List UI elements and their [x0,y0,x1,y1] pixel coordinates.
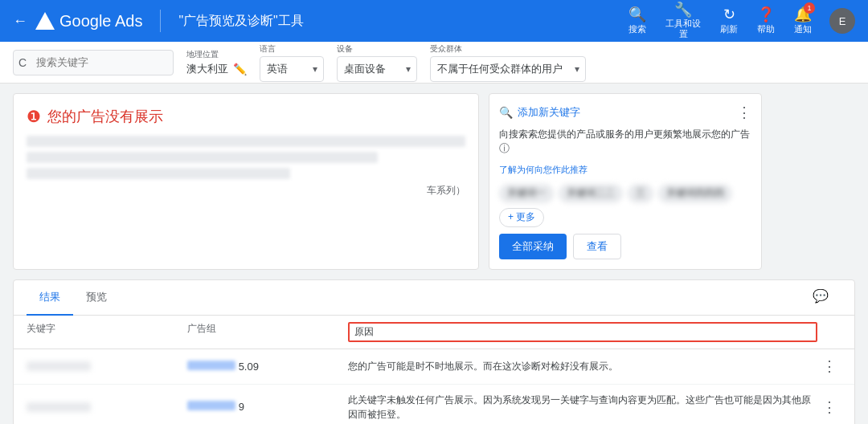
tools-icon: 🔧 [674,2,692,17]
adopt-all-button[interactable]: 全部采纳 [499,234,567,259]
keyword-chip-1: 关键词一 [499,184,554,203]
location-label: 地理位置 [186,49,247,60]
header-title: "广告预览及诊断"工具 [178,13,303,30]
keyword-chip-3: 三 [628,184,653,203]
location-value: 澳大利亚 [186,62,228,76]
location-field: 地理位置 澳大利亚 ✏️ [186,49,247,76]
tools-header-button[interactable]: 🔧 工具和设置 [657,0,709,43]
adgroup-cell-blue-1 [187,361,235,370]
help-circle-icon: ⓘ [499,142,510,154]
reason-cell-1: 您的广告可能是时不时地展示。而在这次诊断对检好没有展示。 [348,359,817,373]
notifications-header-button[interactable]: 🔔 1 通知 [786,4,820,39]
refresh-icon: ↻ [723,7,735,22]
tab-results[interactable]: 结果 [27,280,73,316]
more-keywords-button[interactable]: + 更多 [499,208,544,227]
search-header-button[interactable]: 🔍 搜索 [620,4,654,39]
help-icon: ❓ [757,7,775,22]
keyword-cell-1 [27,361,91,371]
keyword-cell-2 [27,402,91,412]
ads-logo-text: Google Ads [59,12,142,31]
view-button[interactable]: 查看 [573,234,621,259]
left-panel: ❶ 您的广告没有展示 车系列） [13,93,479,270]
header-right: 🔍 搜索 🔧 工具和设置 ↻ 刷新 ❓ 帮助 🔔 1 通知 E [620,0,855,43]
audience-field: 受众群体 不属于任何受众群体的用户 ▾ [430,43,586,82]
tools-label: 工具和设置 [665,18,701,39]
language-select[interactable]: 英语 中文 日语 [260,56,324,82]
col-keyword-header: 关键字 [27,322,187,342]
location-edit-icon[interactable]: ✏️ [233,63,247,75]
adgroup-cell-num-1: 5.09 [239,361,259,373]
language-select-wrap: 英语 中文 日语 ▾ [260,56,324,82]
ads-logo: Google Ads [35,12,142,31]
results-section: 结果 预览 💬 关键字 广告组 原因 5.09 您的广告可能是时不时地展示。而在… [13,279,855,424]
right-panel-actions: 全部采纳 查看 [499,234,751,259]
table-header: 关键字 广告组 原因 [14,316,854,349]
back-button[interactable]: ← [13,13,27,30]
user-avatar[interactable]: E [829,8,855,34]
right-label: 车系列） [27,184,465,198]
right-panel-title: 🔍 添加新关键字 [499,105,580,120]
refresh-header-button[interactable]: ↻ 刷新 [712,4,746,39]
right-panel: 🔍 添加新关键字 ⋮ 向搜索索您提供的产品或服务的用户更频繁地展示您的广告 ⓘ … [489,93,762,270]
table-row: 5.09 您的广告可能是时不时地展示。而在这次诊断对检好没有展示。 ⋮ [14,349,854,385]
recommendation-link[interactable]: 了解为何向您作此推荐 [499,164,751,176]
main-content: ❶ 您的广告没有展示 车系列） 🔍 添加新关键字 ⋮ 向搜索索您提供的产品或服务… [0,84,868,279]
search-wrap: C [13,50,174,75]
help-label: 帮助 [757,23,775,35]
header-divider [160,10,161,32]
blurred-content-3 [27,168,290,179]
device-label: 设备 [337,43,417,55]
tab-preview[interactable]: 预览 [73,280,120,316]
device-select[interactable]: 桌面设备 移动设备 平板电脑 [337,56,417,82]
right-panel-header: 🔍 添加新关键字 ⋮ [499,104,751,121]
device-field: 设备 桌面设备 移动设备 平板电脑 ▾ [337,43,417,82]
language-field: 语言 英语 中文 日语 ▾ [260,43,324,82]
results-tabs: 结果 预览 💬 [14,280,854,316]
right-panel-description: 向搜索索您提供的产品或服务的用户更频繁地展示您的广告 ⓘ [499,128,751,156]
blurred-content-2 [27,152,378,163]
col-actions-header [817,322,841,342]
language-label: 语言 [260,43,324,55]
search-input-icon: C [18,56,27,69]
col-adgroup-header: 广告组 [187,322,348,342]
right-panel-more-button[interactable]: ⋮ [737,104,751,121]
notifications-label: 通知 [794,23,812,35]
refresh-label: 刷新 [720,23,738,35]
no-show-header: ❶ 您的广告没有展示 [27,107,465,126]
col-reason-header: 原因 [348,322,817,342]
search-input[interactable] [13,50,174,75]
location-value-row: 澳大利亚 ✏️ [186,62,247,76]
add-keyword-search-icon: 🔍 [499,106,513,119]
keyword-chips: 关键词一 关键词二二 三 关键词四四四 + 更多 [499,184,751,227]
table-row: 9 此关键字未触发任何广告展示。因为系统发现另一关键字与查询内容更为匹配。这些广… [14,385,854,424]
keyword-chip-4: 关键词四四四 [658,184,732,203]
right-panel-title-text: 添加新关键字 [518,105,580,120]
no-show-title: 您的广告没有展示 [47,107,163,126]
blurred-content-1 [27,136,465,147]
notification-badge: 1 [804,2,815,14]
audience-select[interactable]: 不属于任何受众群体的用户 [430,56,586,82]
ads-logo-triangle [35,12,55,30]
toolbar: C 地理位置 澳大利亚 ✏️ 语言 英语 中文 日语 ▾ 设备 桌面设备 移动设… [0,42,868,84]
keyword-chip-2: 关键词二二 [559,184,623,203]
adgroup-cell-blue-2 [187,401,235,410]
row-menu-2[interactable]: ⋮ [817,398,841,416]
app-header: ← Google Ads "广告预览及诊断"工具 🔍 搜索 🔧 工具和设置 ↻ … [0,0,868,42]
device-select-wrap: 桌面设备 移动设备 平板电脑 ▾ [337,56,417,82]
audience-label: 受众群体 [430,43,586,55]
search-icon: 🔍 [628,7,646,22]
table-comment-icon[interactable]: 💬 [800,280,841,315]
adgroup-cell-num-2: 9 [239,401,244,413]
error-icon: ❶ [27,107,41,126]
reason-cell-2: 此关键字未触发任何广告展示。因为系统发现另一关键字与查询内容更为匹配。这些广告也… [348,393,817,422]
header-left: ← Google Ads "广告预览及诊断"工具 [13,10,304,32]
row-menu-1[interactable]: ⋮ [817,357,841,375]
help-header-button[interactable]: ❓ 帮助 [749,4,783,39]
search-label: 搜索 [628,23,646,35]
audience-select-wrap: 不属于任何受众群体的用户 ▾ [430,56,586,82]
